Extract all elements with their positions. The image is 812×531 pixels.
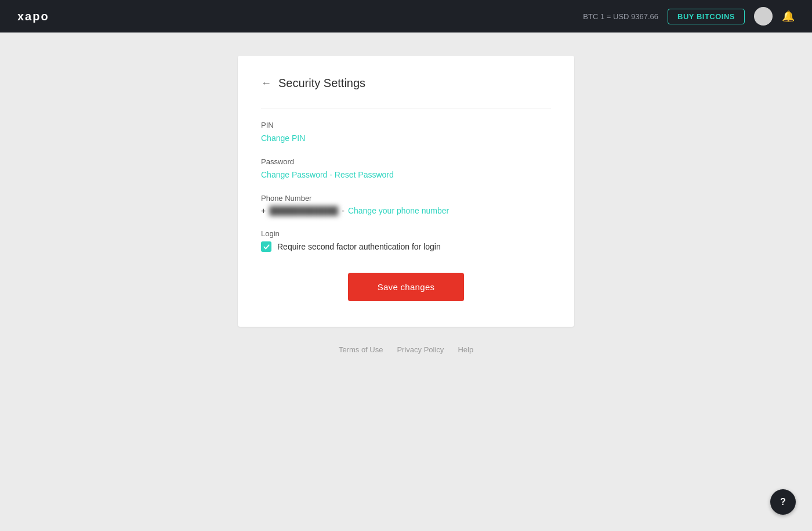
pin-label: PIN bbox=[261, 121, 551, 129]
phone-separator: - bbox=[342, 206, 345, 215]
save-btn-container: Save changes bbox=[261, 273, 551, 301]
phone-row: + ████████████ - Change your phone numbe… bbox=[261, 206, 551, 215]
buy-bitcoins-button[interactable]: BUY BITCOINS bbox=[668, 9, 745, 24]
help-icon: ? bbox=[780, 497, 786, 507]
phone-label: Phone Number bbox=[261, 194, 551, 203]
password-section: Password Change Password - Reset Passwor… bbox=[261, 157, 551, 180]
bell-icon[interactable]: 🔔 bbox=[782, 10, 795, 23]
divider bbox=[261, 109, 551, 109]
help-button[interactable]: ? bbox=[770, 489, 796, 515]
2fa-checkbox[interactable] bbox=[261, 241, 271, 252]
main-content: ← Security Settings PIN Change PIN Passw… bbox=[0, 32, 812, 389]
header: xapo BTC 1 = USD 9367.66 BUY BITCOINS 🔔 bbox=[0, 0, 812, 32]
card-header: ← Security Settings bbox=[261, 77, 551, 90]
terms-link[interactable]: Terms of Use bbox=[339, 345, 383, 354]
back-arrow-icon[interactable]: ← bbox=[261, 77, 271, 89]
logo: xapo bbox=[17, 10, 49, 23]
phone-prefix: + bbox=[261, 206, 266, 215]
password-label: Password bbox=[261, 157, 551, 166]
login-section: Login Require second factor authenticati… bbox=[261, 229, 551, 252]
change-phone-link[interactable]: Change your phone number bbox=[348, 206, 449, 215]
change-password-link[interactable]: Change Password - Reset Password bbox=[261, 170, 394, 179]
help-link[interactable]: Help bbox=[458, 345, 473, 354]
change-pin-link[interactable]: Change PIN bbox=[261, 133, 305, 143]
2fa-label: Require second factor authentication for… bbox=[277, 242, 441, 251]
avatar[interactable] bbox=[754, 7, 773, 26]
privacy-link[interactable]: Privacy Policy bbox=[397, 345, 444, 354]
save-changes-button[interactable]: Save changes bbox=[348, 273, 464, 301]
phone-section: Phone Number + ████████████ - Change you… bbox=[261, 194, 551, 215]
security-settings-card: ← Security Settings PIN Change PIN Passw… bbox=[238, 56, 574, 327]
pin-section: PIN Change PIN bbox=[261, 121, 551, 143]
login-label: Login bbox=[261, 229, 551, 238]
2fa-checkbox-row: Require second factor authentication for… bbox=[261, 241, 551, 252]
page-title: Security Settings bbox=[278, 77, 365, 90]
phone-blurred-number: ████████████ bbox=[269, 206, 338, 215]
footer-links: Terms of Use Privacy Policy Help bbox=[339, 345, 473, 354]
header-right: BTC 1 = USD 9367.66 BUY BITCOINS 🔔 bbox=[583, 7, 795, 26]
btc-rate: BTC 1 = USD 9367.66 bbox=[583, 12, 658, 21]
